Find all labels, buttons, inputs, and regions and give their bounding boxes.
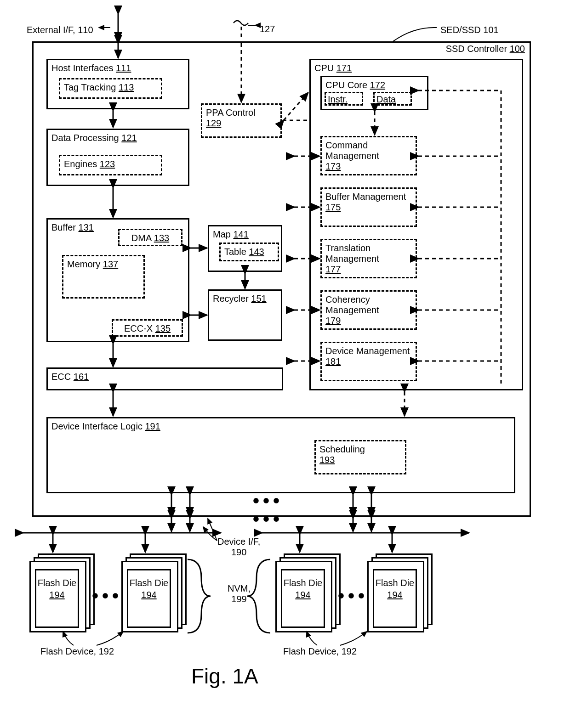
buffer-mgmt-title: Buffer Management175 (325, 192, 412, 213)
memory-title: Memory 137 (67, 259, 140, 270)
eccx-box: ECC-X 135 (112, 319, 183, 337)
recycler-box: Recycler 151 (208, 289, 282, 341)
ppa-127-label: 127 (260, 24, 275, 34)
coherency-mgmt-box: Coherency Management179 (320, 290, 417, 330)
tag-tracking-title: Tag Tracking 113 (64, 82, 157, 93)
sed-ssd-label: SED/SSD 101 (440, 25, 499, 35)
data-box: Data (373, 92, 412, 106)
table-title: Table 143 (224, 247, 274, 257)
table-box: Table 143 (219, 243, 279, 261)
flash-device-label-left: Flash Device, 192 (40, 646, 114, 657)
command-mgmt-box: Command Management173 (320, 136, 417, 175)
ppa-control-box: PPA Control129 (201, 103, 282, 138)
device-mgmt-title: Device Management181 (325, 346, 412, 367)
host-interfaces-title: Host Interfaces 111 (51, 63, 184, 73)
buffer-mgmt-box: Buffer Management175 (320, 187, 417, 227)
dma-box: DMA 133 (118, 229, 182, 246)
ecc-title: ECC 161 (51, 372, 278, 382)
data-processing-title: Data Processing 121 (51, 133, 184, 143)
command-mgmt-title: Command Management173 (325, 140, 412, 172)
dots-flash-left: ••• (92, 586, 122, 606)
dots-upper: ••• (253, 491, 283, 511)
nvm-label: NVM,199 (228, 583, 251, 604)
ecc-box: ECC 161 (46, 367, 283, 390)
device-if-label: Device I/F,190 (217, 536, 260, 558)
external-if-label: External I/F, 110 (27, 25, 93, 35)
scheduling-box: Scheduling193 (314, 440, 406, 474)
ssd-controller-title: SSD Controller 100 (446, 44, 525, 54)
device-interface-logic-title: Device Interface Logic 191 (51, 421, 510, 432)
dots-lower: ••• (253, 509, 283, 530)
memory-box: Memory 137 (62, 255, 145, 299)
translation-mgmt-title: Translation Management177 (325, 243, 412, 275)
dma-title: DMA 133 (123, 233, 177, 243)
coherency-mgmt-title: Coherency Management179 (325, 294, 412, 326)
tag-tracking-box: Tag Tracking 113 (59, 78, 162, 99)
diagram-canvas: External I/F, 110 SED/SSD 101 SSD Contro… (0, 0, 570, 728)
cpu-title: CPU 171 (314, 63, 518, 73)
data-label: Data (376, 94, 396, 104)
scheduling-title: Scheduling193 (319, 444, 401, 465)
engines-title: Engines 123 (64, 159, 157, 169)
figure-label: Fig. 1A (191, 664, 258, 688)
instr-label: Instr. (328, 94, 348, 104)
translation-mgmt-box: Translation Management177 (320, 239, 417, 278)
recycler-title: Recycler 151 (213, 293, 277, 304)
flash-device-label-right: Flash Device, 192 (283, 646, 357, 657)
ppa-control-title: PPA Control129 (206, 107, 277, 129)
engines-box: Engines 123 (59, 155, 162, 175)
device-mgmt-box: Device Management181 (320, 342, 417, 381)
dots-flash-right: ••• (338, 586, 368, 606)
instr-box: Instr. (325, 92, 363, 106)
device-interface-logic-box: Device Interface Logic 191 (46, 417, 515, 493)
map-title: Map 141 (213, 229, 277, 240)
cpu-core-title: CPU Core 172 (325, 80, 423, 90)
eccx-title: ECC-X 135 (117, 323, 178, 334)
